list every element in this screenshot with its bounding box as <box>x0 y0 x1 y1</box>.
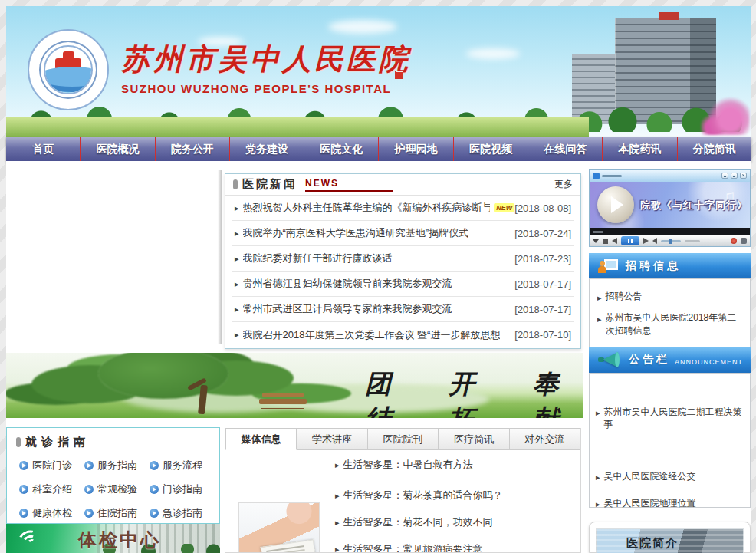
player-menu-icon[interactable] <box>593 239 599 243</box>
player-status-strip <box>590 228 750 235</box>
guide-link-label[interactable]: 科室介绍 <box>32 482 72 496</box>
guide-link-departments[interactable]: 科室介绍 <box>19 482 84 496</box>
seek-slider[interactable] <box>685 240 700 242</box>
nav-item-online-qa[interactable]: 在线问答 <box>528 137 603 161</box>
player-titlebar[interactable] <box>590 170 750 182</box>
guide-link-label[interactable]: 服务流程 <box>163 459 202 472</box>
guide-link-label[interactable]: 住院指南 <box>97 506 137 520</box>
nav-item-hospital-video[interactable]: 医院视频 <box>454 137 528 161</box>
announcement-section-header: 公告栏 ANNOUNCEMENT <box>589 347 751 373</box>
triangle-bullet-icon: ▸ <box>597 291 602 304</box>
triangle-bullet-icon: ▸ <box>335 460 340 470</box>
nav-item-home[interactable]: 首页 <box>6 137 81 161</box>
guide-link-outpatient[interactable]: 医院门诊 <box>19 459 84 472</box>
media-info-panel: 媒体信息 学术讲座 医院院刊 医疗简讯 对外交流 ▸ 生活智多星：中暑自救有方法… <box>225 428 581 553</box>
announcement-link[interactable]: 苏州市吴中人民医院二期工程决策事 <box>604 406 744 430</box>
site-header: 苏州市吴中人民医院 SUZHOU WUZHONG PEOPLE'S HOSPIT… <box>6 6 751 137</box>
nav-item-party-building[interactable]: 党务建设 <box>230 137 304 161</box>
nav-item-branch-news[interactable]: 分院简讯 <box>678 137 751 161</box>
nav-item-nursing-garden[interactable]: 护理园地 <box>379 137 453 161</box>
slideshow-placeholder[interactable] <box>6 167 220 349</box>
list-item[interactable]: ▸ 吴中人民医院途经公交 <box>596 470 744 483</box>
news-more-link[interactable]: 更多 <box>554 178 573 191</box>
list-item[interactable]: ▸ 苏州市吴中人民医院二期工程决策事 <box>596 406 744 430</box>
recruit-link[interactable]: 苏州市吴中人民医院2018年第二次招聘信息 <box>606 311 742 337</box>
news-item-link[interactable]: 我院纪委对新任干部进行廉政谈话 <box>243 252 393 265</box>
player-controls <box>590 235 750 246</box>
tab-academic-lectures[interactable]: 学术讲座 <box>297 428 367 450</box>
volume-icon[interactable] <box>652 238 657 244</box>
volume-slider[interactable] <box>661 240 681 242</box>
guide-link-outpatient-guide[interactable]: 门诊指南 <box>150 482 215 496</box>
guide-link-label[interactable]: 常规检验 <box>97 482 137 496</box>
tab-medical-briefs[interactable]: 医疗简讯 <box>439 428 509 450</box>
news-item-link[interactable]: 我院举办“南京医科大学医患沟通研究基地”揭牌仪式 <box>243 226 469 240</box>
circle-arrow-icon <box>150 485 159 494</box>
player-video-area[interactable]: ♫ ♪ 院歌《与红十字同行》 <box>590 182 750 228</box>
article-thumbnail-photo <box>238 502 320 553</box>
tab-hospital-journal[interactable]: 医院院刊 <box>368 428 439 450</box>
pause-button[interactable] <box>621 236 639 245</box>
news-item-date: [2018-07-17] <box>514 278 571 290</box>
article-item[interactable]: ▸ 生活智多星：菊花不同，功效不同 <box>335 515 493 529</box>
previous-track-icon[interactable] <box>612 238 617 244</box>
pink-flowers <box>701 97 750 135</box>
nav-item-public-affairs[interactable]: 院务公开 <box>156 137 230 161</box>
circle-arrow-icon <box>19 509 28 518</box>
bullet-capsule-icon <box>233 179 238 189</box>
player-title-text <box>602 175 622 177</box>
triangle-bullet-icon: ▸ <box>335 545 340 553</box>
announcement-link[interactable]: 吴中人民医院途经公交 <box>604 470 696 483</box>
guide-link-lab-tests[interactable]: 常规检验 <box>84 482 150 496</box>
guide-link-emergency-guide[interactable]: 急诊指南 <box>150 506 215 520</box>
announcement-link[interactable]: 吴中人民医院地理位置 <box>604 497 696 510</box>
article-link[interactable]: 生活智多星：常见旅游病要注意 <box>343 542 483 553</box>
announcement-section-subtitle: ANNOUNCEMENT <box>675 358 743 366</box>
list-item[interactable]: ▸ 吴中人民医院地理位置 <box>596 497 744 510</box>
article-link[interactable]: 生活智多星：中暑自救有方法 <box>343 458 473 472</box>
guide-link-label[interactable]: 急诊指南 <box>163 506 202 520</box>
article-item[interactable]: ▸ 生活智多星：常见旅游病要注意 <box>335 542 483 553</box>
stop-icon[interactable] <box>603 239 608 244</box>
circle-arrow-icon <box>19 485 28 494</box>
guide-link-service-guide[interactable]: 服务指南 <box>84 459 150 472</box>
guide-link-label[interactable]: 健康体检 <box>32 506 72 520</box>
tab-external-exchange[interactable]: 对外交流 <box>510 428 580 450</box>
article-link[interactable]: 生活智多星：菊花不同，功效不同 <box>343 515 493 529</box>
guide-link-health-checkup[interactable]: 健康体检 <box>19 506 84 520</box>
minimize-icon[interactable] <box>721 173 728 179</box>
list-item[interactable]: ▸ 苏州市吴中人民医院2018年第二次招聘信息 <box>597 311 742 337</box>
wave-icon <box>44 67 93 87</box>
slogan-text: 团结 开拓 奉献 <box>365 367 583 418</box>
nav-item-hospital-culture[interactable]: 医院文化 <box>304 137 379 161</box>
checkup-center-banner[interactable]: 体检中心 <box>6 524 220 553</box>
news-item-date: [2018-07-10] <box>514 329 571 341</box>
guide-links-grid: 医院门诊 服务指南 服务流程 科室介绍 常规检验 门诊指南 健康体检 住院指南 … <box>7 449 219 520</box>
guide-link-label[interactable]: 服务指南 <box>97 459 137 472</box>
article-item[interactable]: ▸ 生活智多星：中暑自救有方法 <box>335 458 473 472</box>
article-link[interactable]: 生活智多星：菊花茶真的适合你吗？ <box>343 489 503 502</box>
guide-link-inpatient-guide[interactable]: 住院指南 <box>84 506 150 520</box>
recruit-link[interactable]: 招聘公告 <box>606 290 643 304</box>
list-item[interactable]: ▸ 招聘公告 <box>597 290 742 304</box>
news-item-link[interactable]: 贵州省德江县妇幼保健院领导前来我院参观交流 <box>243 277 452 291</box>
tab-media-info[interactable]: 媒体信息 <box>225 428 297 450</box>
circle-arrow-icon <box>84 509 94 518</box>
article-item[interactable]: ▸ 生活智多星：菊花茶真的适合你吗？ <box>335 489 503 502</box>
checkup-center-label: 体检中心 <box>78 528 161 552</box>
play-button[interactable] <box>597 186 634 223</box>
news-item-link[interactable]: 热烈祝贺大外科主任陈革华主编的《新编外科疾病诊断与治 <box>243 201 491 215</box>
maximize-icon[interactable] <box>731 173 738 179</box>
guide-link-service-flow[interactable]: 服务流程 <box>150 459 215 472</box>
news-item-link[interactable]: 常州市武进区卫计局领导专家前来我院参观交流 <box>243 302 452 316</box>
guide-link-label[interactable]: 医院门诊 <box>32 459 72 472</box>
close-icon[interactable] <box>740 173 747 179</box>
news-item-link[interactable]: 我院召开2018年度第三次党委工作会议 暨“进一步解放思想 <box>243 328 501 342</box>
next-track-icon[interactable] <box>643 238 649 244</box>
hospital-intro-card[interactable]: 医院简介 <box>589 522 751 553</box>
guide-link-label[interactable]: 门诊指南 <box>163 482 202 496</box>
playlist-icon[interactable] <box>741 238 747 244</box>
nav-item-hospital-overview[interactable]: 医院概况 <box>81 137 155 161</box>
record-button[interactable] <box>731 238 737 244</box>
nav-item-pharmacy-news[interactable]: 本院药讯 <box>603 137 677 161</box>
